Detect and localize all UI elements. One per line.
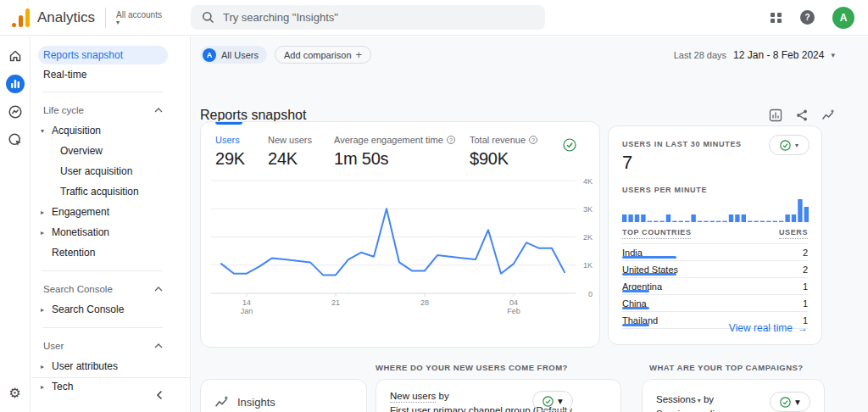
svg-text:21: 21 xyxy=(331,298,340,307)
country-users: 2 xyxy=(803,264,808,275)
analytics-logo xyxy=(12,8,30,27)
metric-label: Users xyxy=(215,135,268,145)
metric-new-users[interactable]: New users24K xyxy=(268,135,334,169)
collapse-sidebar-icon[interactable] xyxy=(154,390,164,400)
search-input[interactable]: Try searching "Insights" xyxy=(191,5,545,30)
sidebar-section-search-console[interactable]: Search Console xyxy=(31,279,190,299)
sidebar-item-label: Traffic acquisition xyxy=(60,186,139,198)
metric-value: 29K xyxy=(215,149,268,169)
sidebar-item-search-console[interactable]: ▸Search Console xyxy=(31,299,190,320)
metric-value: $90K xyxy=(470,149,537,169)
users-per-minute-chart xyxy=(622,196,810,224)
campaigns-metric[interactable]: Sessions xyxy=(656,394,696,404)
sidebar-item-retention[interactable]: Retention xyxy=(31,242,190,263)
country-row-united-states: United States2 xyxy=(622,261,808,278)
sidebar-item-monetisation[interactable]: ▸Monetisation xyxy=(31,222,190,242)
metric-total-revenue[interactable]: Total revenue?$90K xyxy=(470,135,537,169)
account-selector-label: All accounts xyxy=(116,10,162,19)
sidebar-item-label: User acquisition xyxy=(60,165,132,177)
svg-text:Feb: Feb xyxy=(507,307,520,315)
metric-average-engagement-time[interactable]: Average engagement time?1m 50s xyxy=(334,135,470,169)
all-users-chip[interactable]: A All Users xyxy=(200,46,267,64)
avatar[interactable]: A xyxy=(832,7,854,29)
view-real-time-link[interactable]: View real time → xyxy=(729,322,808,334)
country-bar xyxy=(622,256,676,259)
new-users-section-header: WHERE DO YOUR NEW USERS COME FROM? xyxy=(376,363,568,372)
sidebar-item-label: Overview xyxy=(60,145,103,157)
users-header[interactable]: USERS xyxy=(779,228,808,239)
country-bar xyxy=(622,324,649,326)
app-header: Analytics All accounts ▾ Try searching "… xyxy=(0,0,868,36)
account-selector[interactable]: All accounts ▾ xyxy=(116,10,162,25)
snapshot-card: Users29KNew users24KAverage engagement t… xyxy=(200,121,600,348)
sidebar-item-real-time[interactable]: Real-time xyxy=(38,65,168,84)
svg-text:0: 0 xyxy=(588,290,593,298)
caret-icon: ▸ xyxy=(31,229,52,237)
customize-report-icon[interactable] xyxy=(769,109,782,122)
sidebar-section-label: Search Console xyxy=(43,284,113,294)
campaigns-options-pill[interactable]: ▾ xyxy=(770,392,810,412)
date-range-selector[interactable]: Last 28 days 12 Jan - 8 Feb 2024 ▾ xyxy=(674,49,835,61)
help-icon[interactable]: ? xyxy=(529,136,537,144)
nav-rail: ⚙ xyxy=(0,36,31,412)
help-icon[interactable]: ? xyxy=(447,136,455,144)
sidebar-item-label: Real-time xyxy=(43,69,86,81)
sidebar-divider xyxy=(42,270,163,271)
add-comparison-button[interactable]: Add comparison + xyxy=(275,46,371,64)
metric-label: Average engagement time? xyxy=(334,135,470,145)
sidebar-section-user[interactable]: User xyxy=(31,336,190,356)
top-countries-header[interactable]: TOP COUNTRIES xyxy=(622,228,691,239)
advertising-icon[interactable] xyxy=(6,131,25,149)
metric-users[interactable]: Users29K xyxy=(215,135,268,169)
help-icon[interactable]: ? xyxy=(800,10,815,25)
realtime-card: USERS IN LAST 30 MINUTES ▾ 7 USERS PER M… xyxy=(608,125,822,345)
realtime-title: USERS IN LAST 30 MINUTES xyxy=(622,140,742,148)
insights-card: Insights xyxy=(200,379,367,412)
svg-text:3K: 3K xyxy=(583,205,593,214)
header-divider xyxy=(105,8,106,28)
country-row-china: China1 xyxy=(622,295,808,312)
country-bar xyxy=(622,307,649,309)
sidebar-section-life-cycle[interactable]: Life cycle xyxy=(31,100,190,120)
caret-down-icon: ▾ xyxy=(558,395,563,407)
active-metric-indicator xyxy=(215,122,242,125)
add-comparison-label: Add comparison xyxy=(284,50,352,60)
sidebar-item-reports-snapshot[interactable]: Reports snapshot xyxy=(38,46,168,64)
sidebar-item-traffic-acquisition[interactable]: Traffic acquisition xyxy=(31,181,190,202)
svg-text:1K: 1K xyxy=(583,261,593,270)
check-circle-icon xyxy=(780,397,791,408)
share-icon[interactable] xyxy=(795,109,809,122)
search-placeholder: Try searching "Insights" xyxy=(223,11,338,24)
insights-icon[interactable] xyxy=(821,109,835,122)
admin-gear-icon[interactable]: ⚙ xyxy=(6,383,25,402)
svg-text:04: 04 xyxy=(509,298,518,307)
new-users-options-pill[interactable]: ▾ xyxy=(532,391,573,411)
sidebar-item-label: User attributes xyxy=(52,360,118,372)
data-quality-icon[interactable] xyxy=(563,138,576,155)
top-countries-header-row: TOP COUNTRIES USERS xyxy=(622,228,808,244)
country-users: 2 xyxy=(803,248,808,258)
sidebar-item-label: Search Console xyxy=(52,303,124,315)
svg-text:Jan: Jan xyxy=(241,307,253,315)
sidebar-item-engagement[interactable]: ▸Engagement xyxy=(31,202,190,222)
metric-value: 24K xyxy=(268,149,334,169)
new-users-metric[interactable]: New users xyxy=(390,391,436,403)
sidebar-item-acquisition[interactable]: ▾Acquisition xyxy=(31,120,190,141)
new-users-card: New users by First user primary channel … xyxy=(376,379,621,412)
svg-text:14: 14 xyxy=(242,298,251,307)
country-rows: India2United States2Argentina1China1Thai… xyxy=(622,244,808,329)
apps-grid-icon[interactable] xyxy=(771,13,782,23)
realtime-options-pill[interactable]: ▾ xyxy=(769,135,810,155)
sidebar-footer xyxy=(31,377,190,412)
sidebar-item-user-attributes[interactable]: ▸User attributes xyxy=(31,356,190,376)
home-icon[interactable] xyxy=(6,47,25,65)
reports-icon[interactable] xyxy=(6,75,25,93)
explore-icon[interactable] xyxy=(6,103,25,121)
campaigns-dimension: Session medium xyxy=(656,409,728,412)
new-users-card-title: New users by xyxy=(390,391,607,401)
sidebar-item-user-acquisition[interactable]: User acquisition xyxy=(31,161,190,181)
insights-header[interactable]: Insights xyxy=(214,395,353,409)
sidebar-item-overview[interactable]: Overview xyxy=(31,141,190,161)
metric-label-text: New users xyxy=(268,135,312,145)
sidebar-nav: Reports snapshotReal-timeLife cycle▾Acqu… xyxy=(31,46,190,397)
